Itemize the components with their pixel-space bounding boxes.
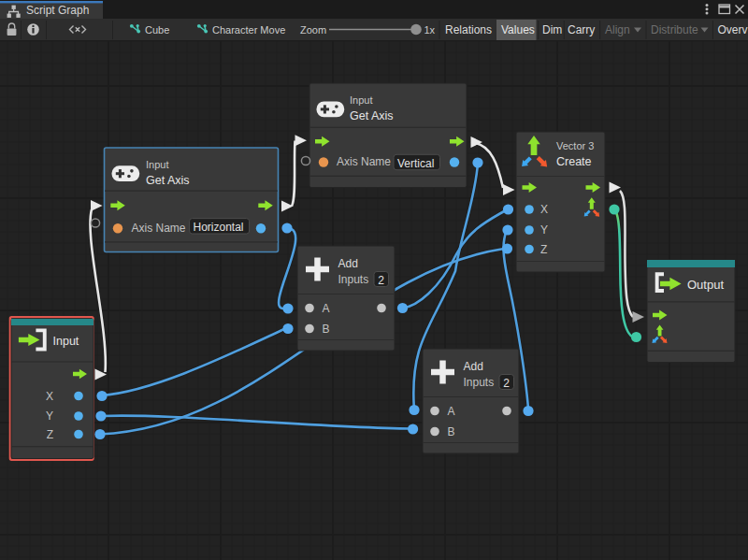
svg-text:Inputs: Inputs xyxy=(338,273,369,286)
svg-text:Get Axis: Get Axis xyxy=(350,109,394,122)
svg-text:X: X xyxy=(46,390,53,403)
svg-text:Align: Align xyxy=(605,23,630,36)
svg-text:2: 2 xyxy=(503,377,510,390)
svg-text:Get Axis: Get Axis xyxy=(146,174,190,187)
svg-text:Input: Input xyxy=(146,159,168,170)
svg-text:Add: Add xyxy=(338,257,358,270)
svg-text:Overv: Overv xyxy=(718,23,748,36)
svg-text:Input: Input xyxy=(350,94,372,106)
svg-text:Z: Z xyxy=(47,428,53,441)
svg-text:Y: Y xyxy=(46,409,53,423)
svg-text:Horizontal: Horizontal xyxy=(194,221,244,234)
svg-text:Relations: Relations xyxy=(445,23,492,36)
svg-text:A: A xyxy=(323,302,330,315)
svg-text:X: X xyxy=(540,203,548,216)
svg-text:Character Move: Character Move xyxy=(212,24,285,36)
svg-text:Axis Name: Axis Name xyxy=(337,155,391,168)
svg-text:Zoom: Zoom xyxy=(300,24,326,36)
svg-text:Add: Add xyxy=(464,360,483,373)
svg-text:1x: 1x xyxy=(424,24,436,36)
svg-text:Script Graph: Script Graph xyxy=(26,4,89,17)
svg-text:Y: Y xyxy=(540,223,548,237)
svg-text:Axis Name: Axis Name xyxy=(132,222,186,235)
svg-text:Input: Input xyxy=(53,335,79,348)
svg-text:Vector 3: Vector 3 xyxy=(556,140,594,151)
svg-text:B: B xyxy=(323,323,330,336)
svg-text:2: 2 xyxy=(378,274,384,287)
svg-text:A: A xyxy=(448,405,455,418)
svg-text:Create: Create xyxy=(556,155,592,168)
svg-text:Vertical: Vertical xyxy=(397,157,434,170)
svg-text:Z: Z xyxy=(540,243,547,256)
svg-text:Values: Values xyxy=(501,23,535,36)
svg-text:B: B xyxy=(448,425,455,438)
svg-text:Distribute: Distribute xyxy=(651,23,698,36)
svg-text:Output: Output xyxy=(687,278,724,292)
svg-text:Dim: Dim xyxy=(542,23,562,36)
svg-text:Carry: Carry xyxy=(568,23,595,36)
svg-text:Cube: Cube xyxy=(145,24,169,36)
svg-text:Inputs: Inputs xyxy=(464,376,495,389)
